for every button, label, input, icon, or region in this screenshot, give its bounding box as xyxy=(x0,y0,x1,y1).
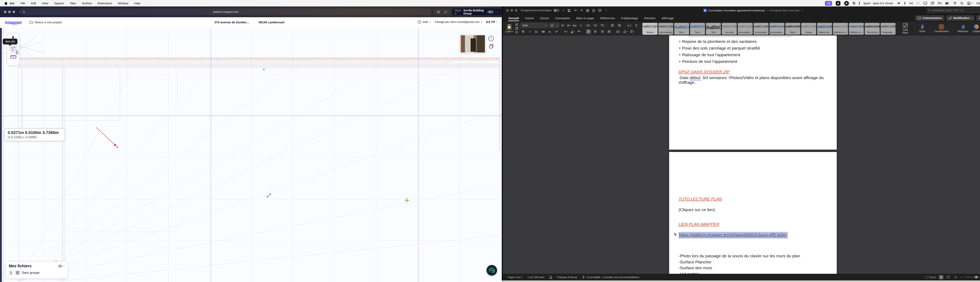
bluetooth-icon[interactable]: ᛒ xyxy=(904,2,906,5)
text-effects-button[interactable]: A▾ xyxy=(563,29,568,34)
active-app-name[interactable]: Arc xyxy=(10,2,14,5)
font-color-button[interactable]: A▾ xyxy=(577,29,582,34)
underline-button[interactable]: S▾ xyxy=(534,29,539,34)
window-close-button[interactable] xyxy=(506,9,509,12)
move-glyph[interactable] xyxy=(267,194,271,197)
window-minimize-button[interactable] xyxy=(8,11,11,13)
addins-button[interactable]: Compléments xyxy=(934,24,949,33)
proofing-icon[interactable] xyxy=(549,276,552,279)
language-menu[interactable]: FR ▾ xyxy=(486,21,498,24)
style-reference-legere[interactable]: AaBbCcDdERéférence lé... xyxy=(833,23,848,35)
comments-button[interactable]: Commentaires xyxy=(915,15,944,21)
menu-extensions[interactable]: Extensions xyxy=(98,2,112,5)
tab-publipostage[interactable]: Publipostage xyxy=(621,15,639,22)
project-address-street[interactable]: 370 avenue de Dunker... xyxy=(215,21,249,24)
screen-mirroring-icon[interactable] xyxy=(825,1,832,6)
menu-window[interactable]: Window xyxy=(118,2,128,5)
document-page-2[interactable]: TUTO LECTURE PLAN (Cliquez sur ce lien) … xyxy=(669,152,837,274)
autosave-toggle[interactable] xyxy=(554,9,559,12)
extensions-puzzle-icon[interactable] xyxy=(436,10,441,14)
expand-chevron-icon[interactable]: ❯ xyxy=(8,270,13,275)
format-painter-button[interactable] xyxy=(515,31,518,34)
menu-edit[interactable]: Edit xyxy=(31,2,36,5)
menu-spaces[interactable]: Spaces xyxy=(54,2,64,5)
style-sans-interligne[interactable]: AaBbCcDdESans interligne xyxy=(659,23,673,35)
sort-button[interactable]: A↓Z xyxy=(627,23,632,28)
tab-mise-en-page[interactable]: Mise en page xyxy=(576,15,594,22)
multilevel-list-button[interactable]: ▾ xyxy=(600,23,605,28)
file-group-row[interactable]: ❯ Sans groupe xyxy=(6,269,68,275)
chevron-down-icon[interactable]: ⌄ xyxy=(497,10,499,13)
print-icon[interactable] xyxy=(586,9,589,12)
zoom-slider[interactable] xyxy=(965,277,980,277)
send-icon[interactable] xyxy=(897,2,900,5)
selected-hyperlink[interactable]: https://platform.imapper.tech/shared/893… xyxy=(679,232,788,239)
menu-file[interactable]: File xyxy=(21,2,25,5)
style-sous-titre[interactable]: AaBbCcDdESous-titre xyxy=(722,23,737,35)
shared-by-menu[interactable]: Partagé par rahm.invest@gmail.com ▾ xyxy=(435,21,482,24)
style-accentuation-legere[interactable]: AaBbCcDdEAccentuation... xyxy=(738,23,752,35)
window-zoom-button[interactable] xyxy=(13,11,15,13)
style-titre-1[interactable]: AaBbCcDdETitre 1 xyxy=(674,23,689,35)
voice-control-icon[interactable] xyxy=(910,2,913,5)
style-titre-2[interactable]: AaBbCcDdETitre 2 xyxy=(690,23,705,35)
style-eleve[interactable]: AaBbCcDdEÉlevé xyxy=(785,23,800,35)
window-close-button[interactable] xyxy=(4,11,6,13)
floor-plan-drawing[interactable] xyxy=(0,28,502,282)
tab-affichage[interactable]: Affichage xyxy=(661,15,674,22)
save-icon[interactable] xyxy=(568,9,571,12)
align-center-button[interactable] xyxy=(593,29,598,34)
back-to-projects-button[interactable]: Retour à mes projets xyxy=(29,21,62,24)
change-case-button[interactable]: Aa▾ xyxy=(573,23,578,28)
undo-icon[interactable]: ↺▾ xyxy=(574,9,577,12)
borders-button[interactable]: ▾ xyxy=(630,29,635,34)
open-in-app-button[interactable]: Open in So+Ra Building Group ⌘O ⌄ xyxy=(452,8,502,16)
style-reference-intense[interactable]: AaBbCcDdERéférence in... xyxy=(849,23,864,35)
project-address-city[interactable]: 59130 Lambersart xyxy=(259,21,285,24)
editing-mode-button[interactable]: Modification ▾ xyxy=(946,15,975,21)
menu-view[interactable]: View xyxy=(42,2,48,5)
menu-tabs[interactable]: Tabs xyxy=(70,2,76,5)
styles-pane-button[interactable]: Volet Styles xyxy=(900,23,910,34)
wall-lines[interactable] xyxy=(19,59,177,281)
menu-help[interactable]: Help xyxy=(134,2,140,5)
line-spacing-button[interactable]: ▾ xyxy=(616,29,621,34)
copy-link-icon[interactable] xyxy=(444,10,447,14)
plus-marker[interactable] xyxy=(405,198,409,202)
align-right-button[interactable] xyxy=(600,29,605,34)
page-count[interactable]: Page 2 sur 2 xyxy=(508,276,522,279)
display-icon[interactable] xyxy=(924,2,927,5)
menu-archive[interactable]: Archive xyxy=(82,2,92,5)
increase-indent-button[interactable] xyxy=(617,23,622,28)
superscript-button[interactable]: x² xyxy=(554,29,559,34)
g-app-icon[interactable]: G xyxy=(853,1,855,5)
assistant-button[interactable] xyxy=(487,265,497,276)
home-icon[interactable]: ⌂ xyxy=(563,8,565,12)
style-titre-du-livre[interactable]: AaBbCcDdETitre du livre xyxy=(865,23,880,35)
mail-icon[interactable] xyxy=(598,9,601,12)
tab-accueil[interactable]: Accueil xyxy=(508,15,519,22)
language-indicator[interactable]: Français (France) xyxy=(557,276,577,279)
highlight-button[interactable]: ▾ xyxy=(570,29,575,34)
copilot-button[interactable]: Copilot xyxy=(973,24,980,33)
dictate-button[interactable]: Dicter xyxy=(919,24,925,33)
window-minimize-button[interactable] xyxy=(511,9,513,12)
visibility-menu[interactable]: ▾ xyxy=(58,265,65,268)
numbered-list-button[interactable]: 123▾ xyxy=(593,23,598,28)
style-accentuation[interactable]: AaBbCcDdEAccentuation xyxy=(754,23,768,35)
style-accentuation-intense[interactable]: AaBbCcDdEAccentuation... xyxy=(770,23,784,35)
help-menu[interactable]: ? Aide ▾ xyxy=(418,20,431,24)
decrease-indent-button[interactable] xyxy=(610,23,615,28)
shrink-font-button[interactable]: A˅ xyxy=(566,23,571,28)
imapper-logo[interactable]: imapper xyxy=(5,20,22,25)
tab-dessin[interactable]: Dessin xyxy=(540,15,550,22)
accessibility-check[interactable]: Accessibilité : consultez nos recommanda… xyxy=(582,276,639,279)
tab-references[interactable]: Références xyxy=(600,15,616,22)
strikethrough-button[interactable]: ab xyxy=(541,29,546,34)
focus-mode-button[interactable]: Focus xyxy=(925,276,936,279)
search-input[interactable] xyxy=(932,9,980,12)
web-layout-view-button[interactable] xyxy=(946,275,951,279)
more-icon[interactable]: ⋯ xyxy=(605,9,608,12)
show-formatting-button[interactable]: ¶ xyxy=(634,23,639,28)
justify-button[interactable] xyxy=(607,29,611,34)
